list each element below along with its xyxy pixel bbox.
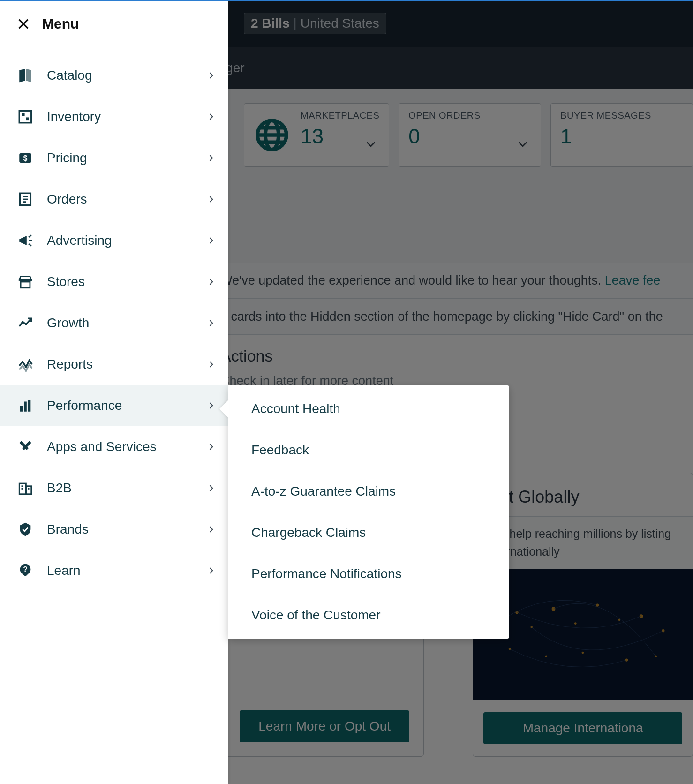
svg-rect-41 <box>22 488 23 490</box>
svg-rect-42 <box>28 488 30 490</box>
chevron-right-icon <box>206 153 216 163</box>
menu-item-growth[interactable]: Growth <box>0 302 228 344</box>
menu-label: Reports <box>47 357 194 372</box>
menu-item-brands[interactable]: Brands <box>0 509 228 550</box>
menu-item-orders[interactable]: Orders <box>0 179 228 220</box>
menu-label: Inventory <box>47 109 194 124</box>
performance-submenu: Account Health Feedback A-to-z Guarantee… <box>228 385 509 639</box>
svg-rect-36 <box>24 402 27 412</box>
chevron-right-icon <box>206 483 216 493</box>
menu-label: Learn <box>47 563 194 578</box>
svg-rect-35 <box>20 406 23 412</box>
chevron-right-icon <box>206 112 216 121</box>
menu-label: Pricing <box>47 151 194 166</box>
reports-icon <box>16 356 35 372</box>
submenu-chargeback-claims[interactable]: Chargeback Claims <box>228 512 509 553</box>
menu-label: Performance <box>47 398 194 413</box>
catalog-icon <box>16 68 35 83</box>
menu-item-learn[interactable]: ? Learn <box>0 550 228 591</box>
stores-icon <box>16 274 35 290</box>
submenu-account-health[interactable]: Account Health <box>228 388 509 430</box>
menu-label: Orders <box>47 192 194 207</box>
orders-icon <box>16 191 35 207</box>
menu-item-stores[interactable]: Stores <box>0 261 228 302</box>
submenu-feedback[interactable]: Feedback <box>228 430 509 471</box>
submenu-voice-of-customer[interactable]: Voice of the Customer <box>228 595 509 636</box>
chevron-right-icon <box>206 401 216 410</box>
menu-label: Catalog <box>47 68 194 83</box>
pricing-icon: $ <box>16 150 35 166</box>
chevron-right-icon <box>206 318 216 328</box>
menu-item-pricing[interactable]: $ Pricing <box>0 137 228 179</box>
menu-label: Stores <box>47 274 194 289</box>
close-icon[interactable] <box>16 16 31 31</box>
chevron-right-icon <box>206 277 216 286</box>
svg-rect-37 <box>28 400 31 412</box>
svg-text:?: ? <box>23 565 28 573</box>
svg-line-31 <box>29 235 31 237</box>
menu-label: Advertising <box>47 233 194 248</box>
menu-label: B2B <box>47 481 194 496</box>
chevron-right-icon <box>206 195 216 204</box>
svg-rect-40 <box>22 485 23 487</box>
chevron-right-icon <box>206 71 216 80</box>
svg-rect-34 <box>21 282 30 288</box>
menu-panel: Menu Catalog Inventory $ Pricing <box>0 1 228 784</box>
chevron-right-icon <box>206 236 216 245</box>
menu-title: Menu <box>42 16 79 32</box>
menu-item-catalog[interactable]: Catalog <box>0 55 228 96</box>
performance-icon <box>16 398 35 414</box>
menu-item-performance[interactable]: Performance <box>0 385 228 426</box>
svg-rect-23 <box>22 113 25 116</box>
inventory-icon <box>16 109 35 125</box>
svg-rect-24 <box>26 117 29 120</box>
menu-item-apps-and-services[interactable]: Apps and Services <box>0 426 228 467</box>
menu-header: Menu <box>0 1 228 46</box>
svg-rect-22 <box>19 111 31 123</box>
chevron-right-icon <box>206 566 216 575</box>
b2b-icon <box>16 480 35 496</box>
svg-rect-39 <box>26 486 31 494</box>
menu-item-inventory[interactable]: Inventory <box>0 96 228 137</box>
menu-item-b2b[interactable]: B2B <box>0 467 228 509</box>
menu-list: Catalog Inventory $ Pricing Orders <box>0 46 228 591</box>
apps-icon <box>16 439 35 455</box>
growth-icon <box>16 315 35 331</box>
menu-label: Growth <box>47 316 194 331</box>
chevron-right-icon <box>206 442 216 452</box>
chevron-right-icon <box>206 525 216 534</box>
flyout-pointer <box>219 400 229 418</box>
menu-label: Brands <box>47 522 194 537</box>
brands-icon <box>16 521 35 537</box>
advertising-icon <box>16 233 35 249</box>
svg-text:$: $ <box>23 154 28 162</box>
submenu-performance-notifications[interactable]: Performance Notifications <box>228 553 509 595</box>
chevron-right-icon <box>206 360 216 369</box>
menu-label: Apps and Services <box>47 439 194 454</box>
learn-icon: ? <box>16 563 35 579</box>
menu-item-advertising[interactable]: Advertising <box>0 220 228 261</box>
menu-item-reports[interactable]: Reports <box>0 344 228 385</box>
svg-line-33 <box>29 244 31 246</box>
submenu-atoz-claims[interactable]: A-to-z Guarantee Claims <box>228 471 509 512</box>
